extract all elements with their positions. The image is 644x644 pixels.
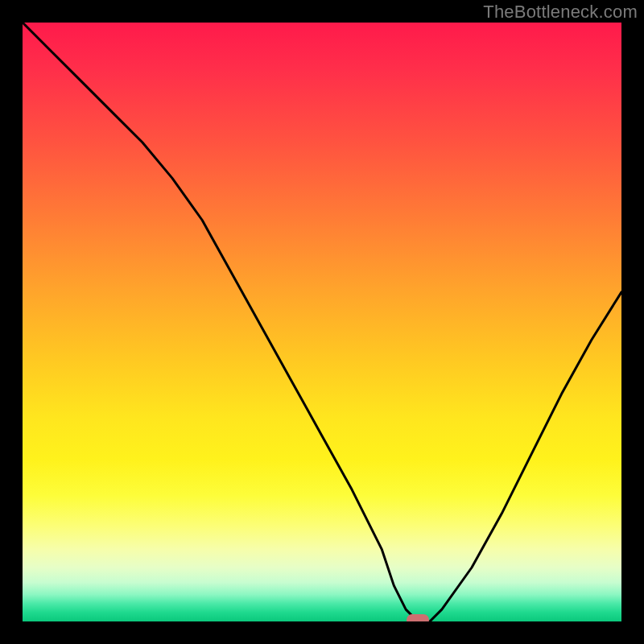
watermark-text: TheBottleneck.com [483, 2, 638, 23]
plot-area [23, 23, 621, 621]
gradient-background [23, 23, 621, 621]
chart-frame: TheBottleneck.com [0, 0, 644, 644]
optimal-marker [407, 614, 429, 621]
